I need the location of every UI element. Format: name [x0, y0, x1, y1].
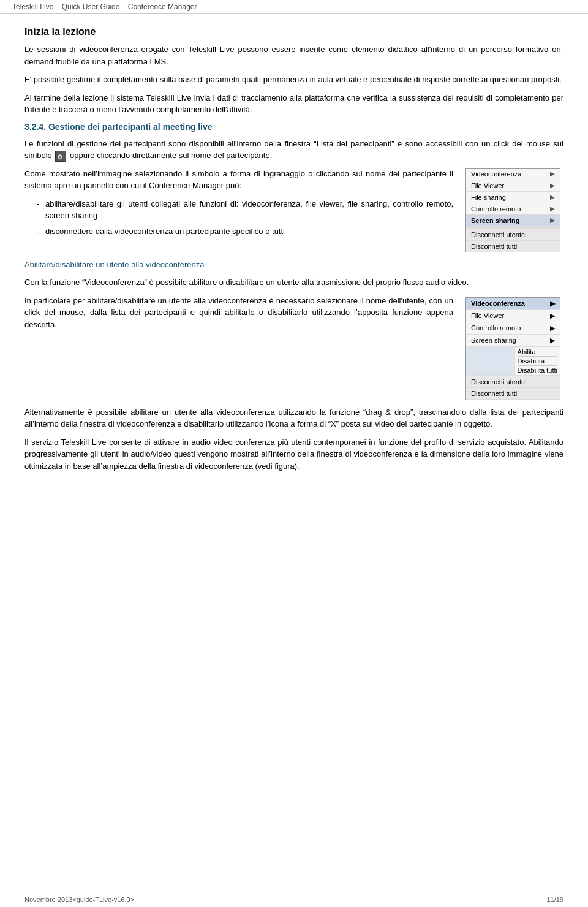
- menu-item-filesharing: File sharing ▶: [466, 192, 560, 203]
- menu2-item-fileviewer: File Viewer ▶: [466, 310, 560, 322]
- section2-title-text: Gestione dei partecipanti al meeting liv…: [48, 122, 213, 132]
- arrow-icon: ▶: [550, 182, 555, 189]
- section1-p2: E' possibile gestirne il completamento s…: [24, 74, 564, 86]
- section3-text-col: In particolare per abilitare/disabilitar…: [24, 295, 453, 400]
- arrow-icon: ▶: [550, 194, 555, 200]
- menu2-subpanel: Abilita Disabilita Disabilita tutti: [466, 347, 560, 376]
- menu2-sub-right: Abilita Disabilita Disabilita tutti: [515, 347, 560, 375]
- section2-two-col: Come mostrato nell’immagine selezionando…: [24, 168, 564, 252]
- arrow-icon: ▶: [550, 217, 555, 224]
- list-item: disconnettere dalla videoconferenza un p…: [37, 226, 453, 238]
- footer-right: 11/19: [546, 896, 564, 903]
- section2-menu-col: Videoconferenza ▶ File Viewer ▶ File sha…: [466, 168, 564, 252]
- footer-left: Novembre 2013<guide-TLive-v16.0>: [24, 896, 134, 903]
- section3-p3: Alternativamente è possibile abilitare u…: [24, 406, 564, 430]
- menu2-item-screensharing: Screen sharing ▶: [466, 335, 560, 347]
- section2-text-col: Come mostrato nell’immagine selezionando…: [24, 168, 453, 252]
- section2-list: abilitare/disabilitare gli utenti colleg…: [24, 198, 453, 238]
- menu2-disabilita: Disabilita: [518, 357, 557, 366]
- header-title: Teleskill Live – Quick User Guide – Conf…: [12, 2, 197, 11]
- menu-item-controlloremoto: Controllo remoto ▶: [466, 203, 560, 215]
- section3-two-col: In particolare per abilitare/disabilitar…: [24, 295, 564, 400]
- menu2-disconnetti-utente: Disconnetti utente: [466, 376, 560, 388]
- menu2-disabilita-tutti: Disabilita tutti: [518, 366, 557, 374]
- page-content: Inizia la lezione Le sessioni di videoco…: [0, 14, 588, 515]
- arrow-icon: ▶: [550, 324, 555, 332]
- menu-item-videoconferenza: Videoconferenza ▶: [466, 169, 560, 180]
- page-footer: Novembre 2013<guide-TLive-v16.0> 11/19: [0, 892, 588, 907]
- section1-title: Inizia la lezione: [24, 26, 564, 37]
- menu-item-disconnetti-tutti: Disconnetti tutti: [466, 241, 560, 252]
- context-menu-2: Videoconferenza ▶ File Viewer ▶ Controll…: [466, 297, 560, 400]
- context-menu-1: Videoconferenza ▶ File Viewer ▶ File sha…: [466, 168, 560, 252]
- menu2-sub-left: [466, 347, 515, 375]
- menu2-abilita: Abilita: [518, 348, 557, 357]
- section2-title: 3.2.4. Gestione dei partecipanti al meet…: [24, 122, 564, 132]
- arrow-icon: ▶: [550, 170, 555, 177]
- menu2-item-controlloremoto: Controllo remoto ▶: [466, 322, 560, 335]
- menu-item-screensharing: Screen sharing ▶: [466, 215, 560, 227]
- section2-p2: Come mostrato nell’immagine selezionando…: [24, 168, 453, 192]
- menu-item-disconnetti-utente: Disconnetti utente: [466, 229, 560, 241]
- arrow-icon: ▶: [550, 300, 555, 308]
- arrow-icon: ▶: [550, 336, 555, 344]
- menu-item-fileviewer: File Viewer ▶: [466, 180, 560, 192]
- section3-p1: Con la funzione “Videoconferenza” è poss…: [24, 276, 564, 289]
- gear-icon: [55, 151, 66, 162]
- section2-p1: Le funzioni di gestione dei partecipanti…: [24, 138, 564, 162]
- page-header: Teleskill Live – Quick User Guide – Conf…: [0, 0, 588, 14]
- list-item: abilitare/disabilitare gli utenti colleg…: [37, 198, 453, 222]
- section1-p3: Al termine della lezione il sistema Tele…: [24, 92, 564, 116]
- section3-link[interactable]: Abilitare/disabilitare un utente alla vi…: [24, 260, 204, 269]
- menu2-disconnetti-tutti: Disconnetti tutti: [466, 388, 560, 400]
- arrow-icon: ▶: [550, 312, 555, 320]
- arrow-icon: ▶: [550, 205, 555, 212]
- section3-link-p: Abilitare/disabilitare un utente alla vi…: [24, 259, 564, 271]
- section3-p4: Il servizio Teleskill Live consente di a…: [24, 436, 564, 472]
- section1-p1: Le sessioni di videoconferenza erogate c…: [24, 44, 564, 67]
- section3-menu-col: Videoconferenza ▶ File Viewer ▶ Controll…: [466, 295, 564, 400]
- section3-p2: In particolare per abilitare/disabilitar…: [24, 295, 453, 331]
- section2-num: 3.2.4.: [24, 122, 46, 132]
- menu2-item-videoconferenza: Videoconferenza ▶: [466, 298, 560, 310]
